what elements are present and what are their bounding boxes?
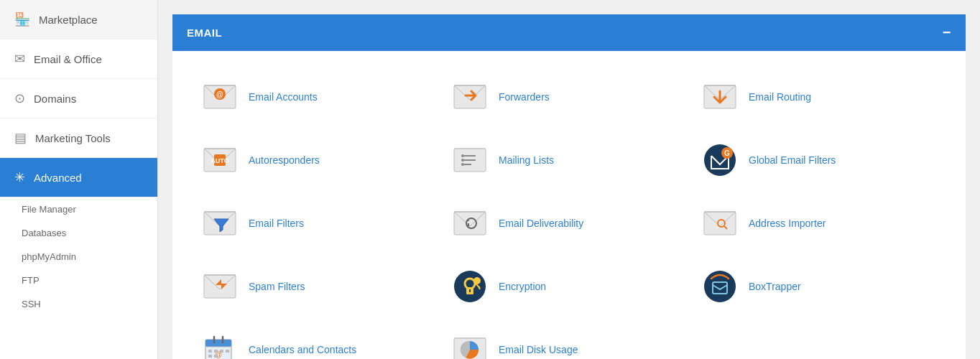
svg-text:@: @ (216, 90, 223, 98)
sidebar-subitem-ftp[interactable]: FTP (0, 269, 157, 292)
address-importer-icon (701, 205, 739, 242)
sidebar-item-email-office[interactable]: ✉Email & Office (0, 39, 157, 79)
email-section-collapse[interactable]: − (943, 24, 951, 41)
email-section: EMAIL − @ Email Accounts Forwarders Emai… (172, 14, 966, 359)
autoresponders-label: Autoresponders (249, 154, 320, 166)
sidebar-item-label: Marketplace (39, 14, 98, 26)
sidebar-subitem-ssh[interactable]: SSH (0, 292, 157, 316)
email-routing-label: Email Routing (749, 91, 811, 103)
encryption-icon (451, 268, 489, 305)
boxtrapper-icon (701, 268, 739, 305)
svg-point-48 (473, 277, 481, 284)
email-routing-icon (701, 78, 739, 116)
sidebar: 🏪Marketplace✉Email & Office⊙Domains▤Mark… (0, 0, 158, 359)
mailing-lists-label: Mailing Lists (499, 154, 554, 166)
svg-rect-31 (454, 212, 486, 235)
marketing-tools-icon: ▤ (14, 130, 27, 146)
grid-item-boxtrapper[interactable]: BoxTrapper (694, 255, 944, 318)
email-disk-usage-label: Email Disk Usage (499, 344, 578, 355)
sidebar-subitems: File ManagerDatabasesphpMyAdminFTPSSH (0, 197, 157, 316)
grid-item-global-email-filters[interactable]: G Global Email Filters (694, 129, 944, 192)
sidebar-subitem-phpmyadmin[interactable]: phpMyAdmin (0, 245, 157, 269)
sidebar-subitem-databases[interactable]: Databases (0, 221, 157, 245)
svg-text:AUTO: AUTO (211, 157, 228, 164)
main-content: EMAIL − @ Email Accounts Forwarders Emai… (158, 0, 980, 359)
grid-item-calendars-contacts[interactable]: @ Calendars and Contacts (194, 318, 444, 359)
spam-filters-icon (201, 268, 239, 305)
svg-rect-61 (220, 350, 223, 353)
svg-rect-62 (226, 350, 229, 353)
email-filters-icon (201, 205, 239, 242)
marketplace-icon: 🏪 (14, 11, 30, 27)
encryption-label: Encryption (499, 281, 546, 292)
svg-rect-6 (454, 85, 486, 108)
svg-text:G: G (724, 149, 730, 157)
global-email-filters-label: Global Email Filters (749, 154, 836, 166)
grid-item-autoresponders[interactable]: AUTO Autoresponders (194, 129, 444, 192)
sidebar-item-advanced[interactable]: ✳Advanced (0, 158, 157, 197)
email-office-icon: ✉ (14, 51, 25, 67)
sidebar-item-marketing-tools[interactable]: ▤Marketing Tools (0, 118, 157, 158)
svg-rect-64 (214, 355, 218, 358)
svg-rect-54 (205, 340, 231, 347)
svg-rect-63 (208, 355, 212, 358)
sidebar-item-label: Email & Office (34, 53, 102, 65)
svg-rect-37 (704, 212, 736, 235)
svg-rect-60 (214, 350, 218, 353)
calendars-contacts-label: Calendars and Contacts (249, 344, 356, 355)
grid-item-email-accounts[interactable]: @ Email Accounts (194, 65, 444, 129)
svg-point-23 (461, 163, 464, 166)
email-section-header[interactable]: EMAIL − (172, 14, 966, 51)
grid-item-email-filters[interactable]: Email Filters (194, 192, 444, 255)
grid-item-email-disk-usage[interactable]: Email Disk Usage (444, 318, 694, 359)
forwarders-label: Forwarders (499, 91, 550, 103)
grid-item-forwarders[interactable]: Forwarders (444, 65, 694, 129)
sidebar-item-domains[interactable]: ⊙Domains (0, 79, 157, 118)
grid-item-mailing-lists[interactable]: Mailing Lists (444, 129, 694, 192)
grid-item-address-importer[interactable]: Address Importer (694, 192, 944, 255)
grid-item-email-routing[interactable]: Email Routing (694, 65, 944, 129)
email-deliverability-icon (451, 205, 489, 242)
email-deliverability-label: Email Deliverability (499, 218, 583, 229)
address-importer-label: Address Importer (749, 218, 826, 229)
svg-point-21 (461, 154, 464, 157)
mailing-lists-icon (451, 141, 489, 179)
grid-item-encryption[interactable]: Encryption (444, 255, 694, 318)
email-filters-label: Email Filters (249, 218, 304, 229)
forwarders-icon (451, 78, 489, 116)
grid-item-email-deliverability[interactable]: Email Deliverability (444, 192, 694, 255)
global-email-filters-icon: G (701, 141, 739, 179)
grid-item-spam-filters[interactable]: Spam Filters (194, 255, 444, 318)
svg-point-44 (454, 271, 486, 302)
advanced-icon: ✳ (14, 169, 25, 185)
sidebar-item-label: Advanced (34, 172, 82, 184)
boxtrapper-label: BoxTrapper (749, 281, 801, 292)
svg-rect-42 (204, 275, 236, 298)
email-accounts-label: Email Accounts (249, 91, 318, 103)
svg-rect-59 (208, 350, 212, 353)
domains-icon: ⊙ (14, 90, 25, 106)
email-grid: @ Email Accounts Forwarders Email Routin… (194, 65, 944, 359)
sidebar-item-label: Marketing Tools (35, 132, 111, 144)
autoresponders-icon: AUTO (201, 141, 239, 179)
sidebar-item-marketplace[interactable]: 🏪Marketplace (0, 0, 157, 39)
email-accounts-icon: @ (201, 78, 239, 116)
email-section-title: EMAIL (187, 27, 222, 39)
sidebar-subitem-file-manager[interactable]: File Manager (0, 197, 157, 221)
svg-point-22 (461, 159, 464, 162)
email-disk-usage-icon (451, 331, 489, 359)
spam-filters-label: Spam Filters (249, 281, 305, 292)
email-section-body: @ Email Accounts Forwarders Email Routin… (172, 51, 966, 359)
calendars-contacts-icon: @ (201, 331, 239, 359)
sidebar-item-label: Domains (34, 93, 76, 105)
